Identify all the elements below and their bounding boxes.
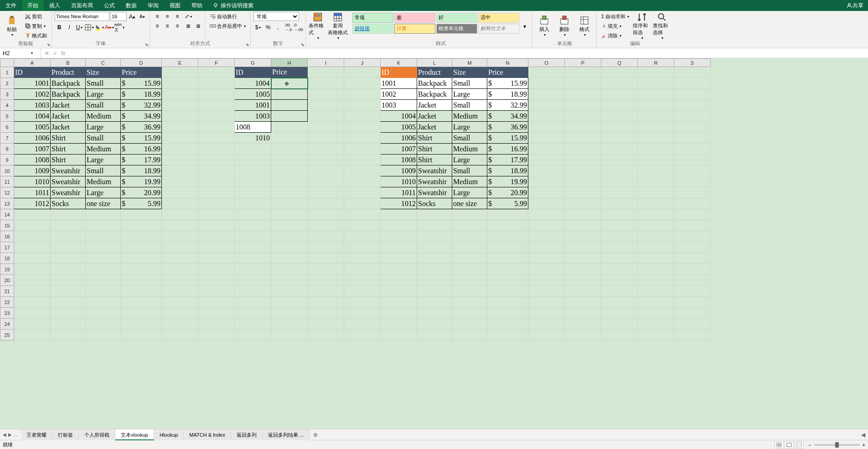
- style-normal[interactable]: 常规: [352, 13, 393, 23]
- cell-K7[interactable]: 1006: [381, 133, 417, 144]
- cell-N2[interactable]: $15.99: [487, 78, 528, 89]
- cell-O5[interactable]: [528, 111, 565, 122]
- cell-Q5[interactable]: [601, 111, 638, 122]
- row-header-4[interactable]: 4: [0, 100, 14, 111]
- cell-A4[interactable]: 1003: [14, 100, 51, 111]
- cell-R16[interactable]: [638, 231, 674, 242]
- select-all-corner[interactable]: [0, 59, 14, 67]
- cell-H15[interactable]: [271, 220, 308, 231]
- menu-开始[interactable]: 开始: [22, 0, 44, 11]
- cell-D21[interactable]: [121, 286, 162, 297]
- name-box-input[interactable]: [3, 50, 30, 57]
- cell-B16[interactable]: [51, 231, 86, 242]
- menu-审阅[interactable]: 审阅: [142, 0, 164, 11]
- cell-O12[interactable]: [528, 187, 565, 198]
- cell-E4[interactable]: [162, 100, 198, 111]
- style-hyperlink[interactable]: 超链接: [352, 24, 393, 34]
- cell-I21[interactable]: [308, 286, 344, 297]
- cell-J5[interactable]: [344, 111, 381, 122]
- table-format-button[interactable]: 套用 表格格式▾: [329, 12, 347, 40]
- column-header-L[interactable]: L: [417, 59, 452, 67]
- cell-K24[interactable]: [381, 319, 417, 330]
- cell-L5[interactable]: Jacket: [417, 111, 452, 122]
- cell-F21[interactable]: [198, 286, 235, 297]
- cell-M9[interactable]: Large: [452, 155, 487, 165]
- copy-button[interactable]: 复制▾: [23, 21, 49, 31]
- cell-N18[interactable]: [487, 253, 528, 264]
- cell-M12[interactable]: Large: [452, 187, 487, 198]
- cell-B18[interactable]: [51, 253, 86, 264]
- cell-H18[interactable]: [271, 253, 308, 264]
- row-header-10[interactable]: 10: [0, 165, 14, 176]
- cell-N5[interactable]: $34.99: [487, 111, 528, 122]
- cell-N11[interactable]: $19.99: [487, 176, 528, 187]
- cell-D20[interactable]: [121, 275, 162, 286]
- row-header-12[interactable]: 12: [0, 187, 14, 198]
- cell-A11[interactable]: 1010: [14, 176, 51, 187]
- cell-P12[interactable]: [565, 187, 601, 198]
- cell-K10[interactable]: 1009: [381, 165, 417, 176]
- cell-D19[interactable]: [121, 264, 162, 275]
- cell-E12[interactable]: [162, 187, 198, 198]
- cell-M16[interactable]: [452, 231, 487, 242]
- cell-E3[interactable]: [162, 89, 198, 100]
- insert-cells-button[interactable]: 插入▾: [535, 12, 553, 40]
- cell-P11[interactable]: [565, 176, 601, 187]
- cell-O25[interactable]: [528, 330, 565, 341]
- chevron-down-icon[interactable]: ▾: [31, 51, 33, 55]
- cell-N17[interactable]: [487, 242, 528, 253]
- cell-C11[interactable]: Medium: [86, 176, 121, 187]
- cell-J16[interactable]: [344, 231, 381, 242]
- cell-Q14[interactable]: [601, 209, 638, 220]
- cell-S15[interactable]: [674, 220, 711, 231]
- row-header-9[interactable]: 9: [0, 155, 14, 165]
- cell-F5[interactable]: [198, 111, 235, 122]
- cell-B24[interactable]: [51, 319, 86, 330]
- cell-D2[interactable]: $15.99: [121, 78, 162, 89]
- cell-H12[interactable]: [271, 187, 308, 198]
- cell-M3[interactable]: Large: [452, 89, 487, 100]
- cell-K12[interactable]: 1011: [381, 187, 417, 198]
- cell-N20[interactable]: [487, 275, 528, 286]
- cell-Q9[interactable]: [601, 155, 638, 165]
- cell-L18[interactable]: [417, 253, 452, 264]
- cell-N9[interactable]: $17.99: [487, 155, 528, 165]
- cell-F7[interactable]: [198, 133, 235, 144]
- cell-A23[interactable]: [14, 308, 51, 319]
- cell-J13[interactable]: [344, 198, 381, 209]
- row-header-19[interactable]: 19: [0, 264, 14, 275]
- cell-Q17[interactable]: [601, 242, 638, 253]
- cell-K17[interactable]: [381, 242, 417, 253]
- cell-C14[interactable]: [86, 209, 121, 220]
- name-box[interactable]: ▾: [0, 48, 41, 58]
- cell-K3[interactable]: 1002: [381, 89, 417, 100]
- cell-A6[interactable]: 1005: [14, 122, 51, 133]
- cell-S16[interactable]: [674, 231, 711, 242]
- cell-G24[interactable]: [235, 319, 271, 330]
- cell-D25[interactable]: [121, 330, 162, 341]
- cell-I5[interactable]: [308, 111, 344, 122]
- cell-I12[interactable]: [308, 187, 344, 198]
- cell-E6[interactable]: [162, 122, 198, 133]
- cell-A18[interactable]: [14, 253, 51, 264]
- phonetic-button[interactable]: wén文▾: [115, 23, 124, 32]
- row-header-17[interactable]: 17: [0, 242, 14, 253]
- cell-Q24[interactable]: [601, 319, 638, 330]
- cell-G25[interactable]: [235, 330, 271, 341]
- cell-C24[interactable]: [86, 319, 121, 330]
- menu-帮助[interactable]: 帮助: [186, 0, 208, 11]
- cell-P7[interactable]: [565, 133, 601, 144]
- increase-decimal-button[interactable]: .00→.0: [284, 23, 293, 32]
- cell-K5[interactable]: 1004: [381, 111, 417, 122]
- cell-N1[interactable]: Price: [487, 67, 528, 78]
- cell-J18[interactable]: [344, 253, 381, 264]
- cell-F2[interactable]: [198, 78, 235, 89]
- column-header-R[interactable]: R: [638, 59, 674, 67]
- style-neutral[interactable]: 适中: [478, 13, 519, 23]
- cell-I23[interactable]: [308, 308, 344, 319]
- cell-J17[interactable]: [344, 242, 381, 253]
- cell-D10[interactable]: $18.99: [121, 165, 162, 176]
- cell-P25[interactable]: [565, 330, 601, 341]
- cell-N14[interactable]: [487, 209, 528, 220]
- cell-H2[interactable]: ✥: [271, 78, 308, 89]
